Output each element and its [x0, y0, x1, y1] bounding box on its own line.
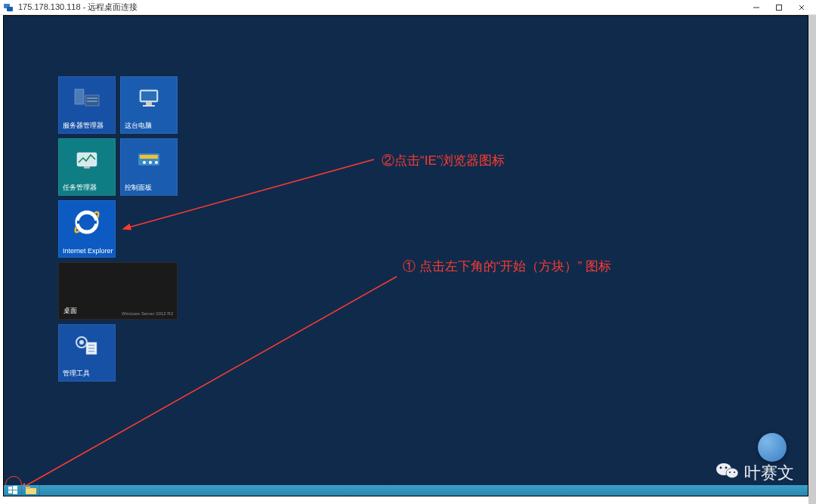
vertical-scrollbar[interactable] — [808, 15, 816, 504]
floating-badge[interactable] — [758, 433, 787, 462]
control-panel-icon — [135, 150, 162, 173]
svg-rect-38 — [8, 487, 12, 490]
tile-desktop[interactable]: 桌面 Windows Server 2012 R2 — [58, 262, 178, 320]
remote-desktop: 服务器管理器 这台电脑 — [4, 16, 808, 496]
start-button[interactable] — [4, 485, 22, 496]
svg-rect-9 — [87, 100, 97, 102]
svg-rect-11 — [141, 91, 156, 100]
svg-rect-1 — [7, 7, 13, 11]
annotation-start-hint: ① 点击左下角的“开始（方块）” 图标 — [403, 258, 611, 275]
wechat-author: 叶赛文 — [744, 462, 794, 484]
annotation-ie-hint: ②点击“IE”浏览器图标 — [382, 152, 505, 169]
internet-explorer-icon — [72, 207, 102, 240]
window-title: 175.178.130.118 - 远程桌面连接 — [18, 2, 138, 13]
svg-point-35 — [725, 467, 728, 469]
task-manager-icon — [74, 150, 100, 173]
svg-point-34 — [720, 467, 722, 469]
svg-point-19 — [149, 161, 152, 164]
tile-internet-explorer[interactable]: Internet Explorer — [58, 200, 116, 258]
window-controls — [745, 1, 813, 14]
svg-rect-41 — [13, 490, 17, 494]
tile-label: 任务管理器 — [59, 181, 115, 195]
taskbar-explorer[interactable] — [22, 485, 40, 496]
desktop-watermark-text: Windows Server 2012 R2 — [122, 311, 173, 316]
svg-rect-22 — [77, 221, 97, 224]
taskbar — [4, 485, 808, 496]
svg-rect-8 — [87, 97, 97, 99]
svg-point-37 — [734, 472, 735, 473]
svg-rect-40 — [8, 490, 12, 493]
svg-rect-13 — [143, 105, 155, 107]
server-manager-icon — [73, 88, 100, 112]
minimize-button[interactable] — [745, 1, 768, 14]
svg-point-36 — [729, 472, 731, 473]
svg-rect-39 — [13, 486, 17, 490]
tile-admin-tools[interactable]: 管理工具 — [58, 324, 116, 382]
tile-label: 管理工具 — [59, 366, 115, 381]
svg-point-24 — [79, 340, 84, 345]
svg-rect-3 — [777, 5, 782, 10]
tile-label: 桌面 — [63, 306, 77, 316]
tile-task-manager[interactable]: 任务管理器 — [58, 138, 116, 196]
rdp-icon — [3, 2, 14, 13]
svg-point-18 — [143, 161, 146, 164]
tile-label: 这台电脑 — [121, 119, 177, 133]
svg-rect-17 — [140, 155, 158, 159]
close-button[interactable] — [790, 1, 813, 14]
svg-rect-42 — [26, 488, 36, 494]
tile-label: Internet Explorer — [59, 245, 115, 257]
start-tiles-group: 服务器管理器 这台电脑 — [58, 76, 178, 382]
rdp-window-titlebar: 175.178.130.118 - 远程桌面连接 — [0, 0, 816, 15]
tile-control-panel[interactable]: 控制面板 — [120, 138, 178, 196]
this-pc-icon — [135, 87, 162, 113]
maximize-button[interactable] — [768, 1, 790, 14]
admin-tools-icon — [74, 335, 100, 360]
wechat-icon — [716, 461, 740, 485]
wechat-watermark: 叶赛文 — [716, 461, 794, 485]
tile-server-manager[interactable]: 服务器管理器 — [58, 76, 116, 134]
svg-point-20 — [155, 161, 158, 164]
svg-rect-6 — [75, 89, 84, 104]
tile-label: 控制面板 — [121, 181, 177, 195]
svg-rect-12 — [146, 102, 152, 105]
svg-rect-15 — [84, 166, 90, 169]
svg-rect-43 — [26, 487, 30, 489]
tile-this-pc[interactable]: 这台电脑 — [120, 76, 178, 134]
tile-label: 服务器管理器 — [59, 119, 115, 133]
remote-session-frame: 服务器管理器 这台电脑 — [3, 15, 808, 496]
